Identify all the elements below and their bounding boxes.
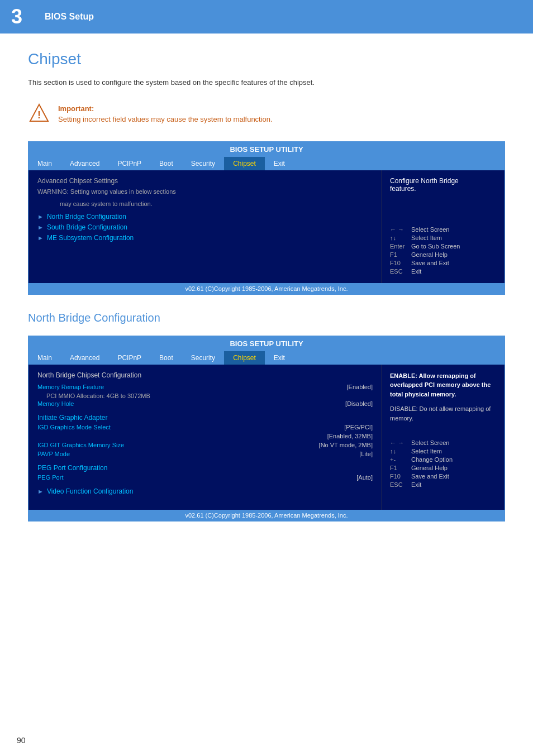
igd-graphics-mode-label: IGD Graphics Mode Select [37, 424, 111, 430]
nb-key-row-lr: ← → Select Screen [390, 439, 497, 446]
pci-mmio-label: PCI MMIO Allocation: 4GB to 3072MB [37, 393, 373, 399]
key-row-ud: ↑↓ Select Item [390, 235, 497, 241]
nav2-pcipnp[interactable]: PCIPnP [108, 351, 150, 365]
nb-right: ENABLE: Allow remapping of overlapped PC… [382, 365, 505, 510]
nav2-exit[interactable]: Exit [265, 351, 294, 365]
menu-south-bridge[interactable]: ► South Bridge Configuration [37, 223, 373, 231]
memory-hole-row: Memory Hole [Disabled] [37, 400, 373, 407]
igd-git-label: IGD GIT Graphics Memory Size [37, 442, 124, 448]
main-content: Chipset This section is used to configur… [0, 34, 533, 555]
menu-north-bridge[interactable]: ► North Bridge Configuration [37, 213, 373, 221]
bios-left-1: Advanced Chipset Settings WARNING: Setti… [28, 170, 382, 283]
bios-nav-row-2: Main Advanced PCIPnP Boot Security Chips… [28, 351, 505, 365]
memory-remap-row: Memory Remap Feature [Enabled] [37, 384, 373, 390]
peg-port-label: PEG Port [37, 474, 63, 481]
nav-chipset[interactable]: Chipset [224, 157, 265, 170]
south-bridge-label: South Bridge Configuration [47, 223, 127, 231]
bios-setup-bar: BIOS Setup [34, 0, 533, 34]
igd-graphics-enabled-value: [Enabled, 32MB] [327, 433, 373, 439]
bios-setup-label: BIOS Setup [45, 12, 94, 22]
nav-exit[interactable]: Exit [265, 157, 294, 170]
bios-footer-2: v02.61 (C)Copyright 1985-2006, American … [28, 510, 505, 521]
bios-right-1: Configure North Bridgefeatures. ← → Sele… [382, 170, 505, 283]
peg-port-row: PEG Port [Auto] [37, 474, 373, 481]
memory-hole-value: [Disabled] [345, 400, 373, 407]
pavp-mode-value: [Lite] [359, 451, 373, 457]
north-bridge-section-title: North Bridge Configuration [28, 312, 505, 324]
key-row-f1: F1 General Help [390, 251, 497, 258]
nav-boot[interactable]: Boot [150, 157, 182, 170]
bios-utility-2: BIOS SETUP UTILITY Main Advanced PCIPnP … [28, 336, 505, 521]
nav2-security[interactable]: Security [182, 351, 224, 365]
nav2-boot[interactable]: Boot [150, 351, 182, 365]
bios-body-1: Advanced Chipset Settings WARNING: Setti… [28, 170, 505, 283]
warning-icon: ! [28, 102, 50, 125]
key-row-f10: F10 Save and Exit [390, 260, 497, 266]
configure-nb-help: Configure North Bridgefeatures. [390, 177, 497, 193]
igd-graphics-enabled-row: [Enabled, 32MB] [37, 433, 373, 439]
nav-pcipnp[interactable]: PCIPnP [108, 157, 150, 170]
bios-title-row-1: BIOS SETUP UTILITY [28, 142, 505, 157]
key-row-lr: ← → Select Screen [390, 226, 497, 233]
bios-title-row-2: BIOS SETUP UTILITY [28, 336, 505, 351]
menu-video-function[interactable]: ► Video Function Configuration [37, 487, 373, 495]
nb-key-row-f1: F1 General Help [390, 465, 497, 471]
bios-utility-1: BIOS SETUP UTILITY Main Advanced PCIPnP … [28, 141, 505, 295]
igd-graphics-mode-row: IGD Graphics Mode Select [PEG/PCI] [37, 424, 373, 430]
advanced-chipset-settings-label: Advanced Chipset Settings [37, 177, 373, 185]
bios-nav-row-1: Main Advanced PCIPnP Boot Security Chips… [28, 157, 505, 170]
nb-key-row-pm: +- Change Option [390, 456, 497, 463]
nav2-advanced[interactable]: Advanced [61, 351, 108, 365]
peg-title: PEG Port Configuration [37, 464, 373, 472]
nb-key-row-esc: ESC Exit [390, 481, 497, 488]
svg-text:!: ! [37, 109, 41, 121]
bios-footer-1: v02.61 (C)Copyright 1985-2006, American … [28, 283, 505, 294]
bios-warning-2: may cause system to malfunction. [37, 200, 373, 207]
memory-remap-value: [Enabled] [347, 384, 373, 390]
top-bar: 3 BIOS Setup [0, 0, 533, 34]
enable-help-text: ENABLE: Allow remapping of overlapped PC… [390, 371, 497, 399]
arrow-icon-1: ► [37, 213, 44, 220]
igd-git-row: IGD GIT Graphics Memory Size [No VT mode… [37, 442, 373, 448]
intro-text: This section is used to configure the sy… [28, 77, 464, 89]
nb-left: North Bridge Chipset Configuration Memor… [28, 365, 382, 510]
memory-remap-label: Memory Remap Feature [37, 384, 104, 390]
menu-me-subsystem[interactable]: ► ME Subsystem Configuration [37, 234, 373, 242]
igd-git-value: [No VT mode, 2MB] [319, 442, 373, 448]
nav2-chipset[interactable]: Chipset [224, 351, 265, 365]
pavp-mode-row: PAVP Mode [Lite] [37, 451, 373, 457]
arrow-icon-video: ► [37, 488, 44, 495]
arrow-icon-3: ► [37, 235, 44, 241]
peg-group: PEG Port Configuration PEG Port [Auto] [37, 464, 373, 481]
nav-security[interactable]: Security [182, 157, 224, 170]
chipset-title: Chipset [28, 50, 505, 68]
nb-help-block: ENABLE: Allow remapping of overlapped PC… [390, 371, 497, 423]
memory-hole-label: Memory Hole [37, 400, 74, 407]
north-bridge-label: North Bridge Configuration [47, 213, 126, 221]
important-label: Important: [58, 104, 273, 113]
iga-title: Initiate Graphic Adapter [37, 414, 373, 422]
important-content: Important: Setting incorrect field value… [58, 102, 273, 123]
nav-advanced[interactable]: Advanced [61, 157, 108, 170]
nb-key-row-ud: ↑↓ Select Item [390, 448, 497, 454]
bios-warning-1: WARNING: Setting wrong values in below s… [37, 188, 373, 195]
disable-help-text: DISABLE: Do not allow remapping of memor… [390, 404, 497, 423]
peg-port-value: [Auto] [356, 474, 373, 481]
arrow-icon-2: ► [37, 224, 44, 231]
important-box: ! Important: Setting incorrect field val… [28, 102, 505, 125]
iga-group: Initiate Graphic Adapter IGD Graphics Mo… [37, 414, 373, 457]
nav2-main[interactable]: Main [28, 351, 61, 365]
igd-graphics-mode-value: [PEG/PCI] [344, 424, 373, 430]
key-row-esc: ESC Exit [390, 268, 497, 275]
memory-remap-group: Memory Remap Feature [Enabled] PCI MMIO … [37, 384, 373, 407]
chapter-number: 3 [0, 0, 34, 34]
me-subsystem-label: ME Subsystem Configuration [47, 234, 134, 242]
nav-main[interactable]: Main [28, 157, 61, 170]
pavp-mode-label: PAVP Mode [37, 451, 70, 457]
key-row-enter: Enter Go to Sub Screen [390, 243, 497, 250]
nb-body: North Bridge Chipset Configuration Memor… [28, 365, 505, 510]
page-number: 90 [17, 736, 26, 745]
nb-key-row-f10: F10 Save and Exit [390, 473, 497, 480]
nb-section-label: North Bridge Chipset Configuration [37, 371, 373, 379]
important-text: Setting incorrect field values may cause… [58, 115, 273, 123]
